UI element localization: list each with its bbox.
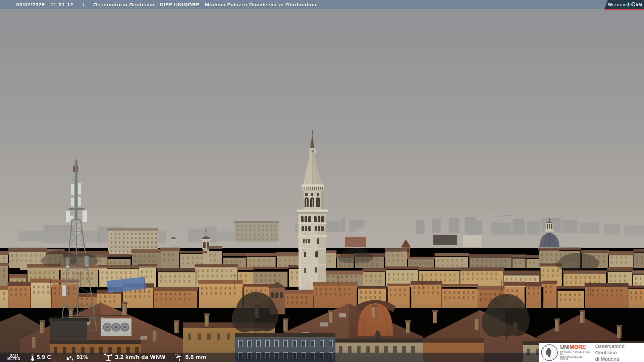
separator: | [83,2,84,7]
top-bar: 03/02/2026 - 11:31:12 | Osservatorio Geo… [0,0,644,9]
timestamp: 03/02/2026 - 11:31:12 [16,2,73,7]
temperature-reading: 5.9 C [31,353,52,361]
weathercam-word-cam: Cam [631,1,642,8]
brand-more: MORE [570,344,586,350]
page-title: Osservatorio Geofisico - DIEF UNIMORE - … [93,2,316,7]
weathercam-word-weather: Weather [608,2,625,7]
observatory-name: Osservatorio Geofisicodi Modena [595,343,644,362]
unimore-seal-icon [541,344,558,361]
precipitation-reading: 8.6 mm [174,353,206,361]
university-name: UNIVERSITÀ DEGLI STUDI DIMODENA E REGGIO… [560,351,591,361]
webcam-image [0,0,644,362]
camera-lens-icon [626,2,631,7]
meteo-label: DATIMETEO [7,354,20,361]
unimore-brand: UNIMORE UNIVERSITÀ DEGLI STUDI DIMODENA … [560,345,591,361]
brand-uni: UNI [560,344,570,350]
humidity-value: 91% [76,354,89,361]
temperature-value: 5.9 C [37,354,52,361]
thermometer-icon [31,353,35,361]
wind-value: 3.2 km/h da WNW [115,354,166,361]
precipitation-value: 8.6 mm [185,354,206,361]
unimore-logo[interactable]: UNIMORE UNIVERSITÀ DEGLI STUDI DIMODENA … [539,343,644,362]
wind-reading: 3.2 km/h da WNW [104,353,166,361]
webcam-viewer: 03/02/2026 - 11:31:12 | Osservatorio Geo… [0,0,644,362]
humidity-icon [65,354,74,361]
weathercam-accent-strip [604,9,644,10]
humidity-reading: 91% [65,354,89,361]
wind-icon [104,353,113,361]
weathercam-logo[interactable]: Weather Cam [604,0,644,9]
rain-icon [174,353,183,361]
